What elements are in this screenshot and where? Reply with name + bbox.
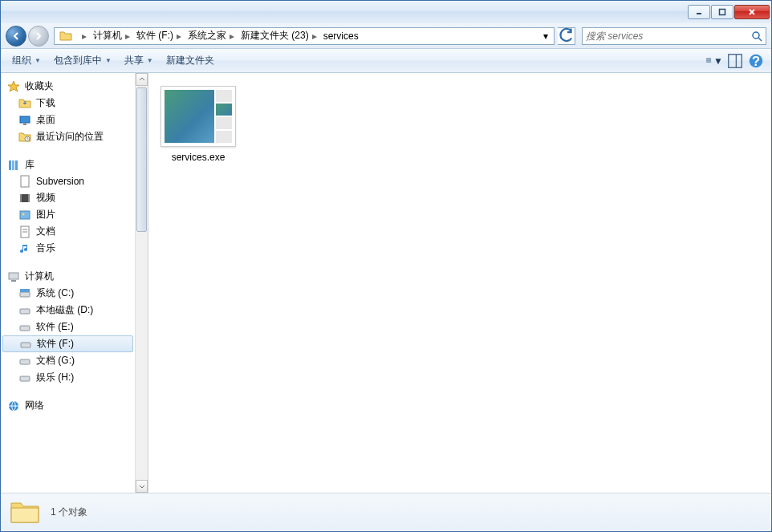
recent-icon <box>18 131 31 144</box>
maximize-button[interactable] <box>711 5 733 19</box>
breadcrumb[interactable]: services <box>320 28 362 44</box>
sidebar-item-drive-c[interactable]: 系统 (C:) <box>1 285 135 302</box>
drive-icon <box>18 304 31 317</box>
breadcrumb[interactable]: 软件 (F:)▸ <box>133 28 185 44</box>
breadcrumb-label: 新建文件夹 (23) <box>241 29 309 43</box>
svg-rect-4 <box>706 59 711 59</box>
organize-button[interactable]: 组织▼ <box>6 51 47 71</box>
favorites-header[interactable]: 收藏夹 <box>1 78 135 95</box>
sidebar-item-drive-d[interactable]: 本地磁盘 (D:) <box>1 302 135 319</box>
computer-header[interactable]: 计算机 <box>1 268 135 285</box>
help-button[interactable]: ? <box>747 52 765 70</box>
sidebar-item-drive-e[interactable]: 软件 (E:) <box>1 319 135 335</box>
sidebar-item-drive-f[interactable]: 软件 (F:) <box>2 335 133 352</box>
libraries-header[interactable]: 库 <box>1 156 135 173</box>
svg-rect-5 <box>706 60 711 61</box>
sidebar-item-documents[interactable]: 文档 <box>1 223 135 240</box>
svg-rect-14 <box>9 160 11 170</box>
folder-icon <box>59 30 72 43</box>
view-button[interactable]: ▼ <box>705 52 723 70</box>
address-dropdown[interactable]: ▾ <box>539 30 552 42</box>
sidebar-item-downloads[interactable]: 下载 <box>1 95 135 112</box>
breadcrumb-label: services <box>323 30 359 42</box>
search-input[interactable] <box>586 30 751 42</box>
file-item[interactable]: services.exe <box>158 83 238 166</box>
drive-icon <box>19 338 32 351</box>
status-bar: 1 个对象 <box>1 493 771 531</box>
sidebar-item-videos[interactable]: 视频 <box>1 189 135 206</box>
new-folder-button[interactable]: 新建文件夹 <box>160 51 221 71</box>
forward-button[interactable] <box>28 26 49 47</box>
search-box[interactable] <box>582 27 766 45</box>
svg-rect-33 <box>20 359 30 364</box>
computer-group: 计算机 系统 (C:) 本地磁盘 (D:) 软件 (E:) 软件 (F:) 文档… <box>1 268 135 386</box>
nav-buttons <box>6 26 51 47</box>
doc-icon <box>18 175 31 188</box>
breadcrumb[interactable]: 新建文件夹 (23)▸ <box>238 28 320 44</box>
svg-rect-27 <box>11 280 16 282</box>
toolbar-label: 共享 <box>124 54 144 67</box>
svg-rect-15 <box>12 160 14 170</box>
breadcrumb[interactable]: 系统之家▸ <box>185 28 238 44</box>
sidebar-item-desktop[interactable]: 桌面 <box>1 112 135 128</box>
video-icon <box>18 192 31 205</box>
breadcrumb[interactable]: 计算机▸ <box>90 28 133 44</box>
address-bar[interactable]: ▸ 计算机▸ 软件 (F:)▸ 系统之家▸ 新建文件夹 (23)▸ servic… <box>54 27 555 45</box>
libraries-group: 库 Subversion 视频 图片 文档 音乐 <box>1 156 135 257</box>
file-pane[interactable]: services.exe <box>148 73 771 493</box>
status-text: 1 个对象 <box>51 506 87 519</box>
navigation-row: ▸ 计算机▸ 软件 (F:)▸ 系统之家▸ 新建文件夹 (23)▸ servic… <box>1 23 771 49</box>
toolbar-label: 包含到库中 <box>54 54 102 67</box>
scroll-up-button[interactable] <box>136 73 148 86</box>
sidebar-item-pictures[interactable]: 图片 <box>1 206 135 223</box>
preview-pane-button[interactable] <box>726 52 744 70</box>
network-header[interactable]: 网络 <box>1 397 135 414</box>
scroll-thumb[interactable] <box>136 87 147 232</box>
include-library-button[interactable]: 包含到库中▼ <box>47 51 118 71</box>
sidebar-scrollbar[interactable] <box>136 73 148 493</box>
nav-label: 图片 <box>36 208 55 221</box>
network-icon <box>7 400 20 412</box>
toolbar: 组织▼ 包含到库中▼ 共享▼ 新建文件夹 ▼ ? <box>1 49 771 73</box>
nav-label: 桌面 <box>36 113 55 127</box>
sidebar-item-recent[interactable]: 最近访问的位置 <box>1 128 135 145</box>
network-group: 网络 <box>1 397 135 414</box>
close-button[interactable] <box>734 5 770 19</box>
svg-rect-7 <box>729 54 742 67</box>
refresh-button[interactable] <box>558 27 575 45</box>
share-button[interactable]: 共享▼ <box>118 51 160 71</box>
svg-rect-28 <box>20 292 30 297</box>
nav-label: 系统 (C:) <box>36 286 74 300</box>
star-icon <box>7 80 20 93</box>
nav-label: Subversion <box>36 176 84 187</box>
svg-rect-11 <box>20 116 30 123</box>
svg-rect-6 <box>706 62 711 63</box>
explorer-window: ▸ 计算机▸ 软件 (F:)▸ 系统之家▸ 新建文件夹 (23)▸ servic… <box>0 0 772 532</box>
svg-rect-20 <box>28 194 30 202</box>
nav-label: 文档 <box>36 225 55 238</box>
drive-icon <box>18 287 31 300</box>
minimize-button[interactable] <box>688 5 710 19</box>
sidebar-item-drive-g[interactable]: 文档 (G:) <box>1 352 135 369</box>
svg-text:?: ? <box>752 53 760 67</box>
desktop-icon <box>18 114 31 127</box>
breadcrumb[interactable]: ▸ <box>75 28 90 44</box>
sidebar-item-subversion[interactable]: Subversion <box>1 173 135 189</box>
computer-icon <box>7 270 20 283</box>
svg-line-3 <box>758 38 762 41</box>
file-thumbnail <box>160 86 236 147</box>
favorites-group: 收藏夹 下载 桌面 最近访问的位置 <box>1 78 135 145</box>
svg-rect-29 <box>20 289 30 292</box>
doc-icon <box>18 225 31 238</box>
svg-rect-1 <box>720 10 725 15</box>
nav-label: 娱乐 (H:) <box>36 371 74 384</box>
scroll-down-button[interactable] <box>136 480 148 493</box>
titlebar <box>1 1 771 23</box>
back-button[interactable] <box>6 26 26 47</box>
body: 收藏夹 下载 桌面 最近访问的位置 库 Subversion 视频 图片 文档 … <box>1 73 771 493</box>
nav-label: 库 <box>25 158 35 172</box>
sidebar-item-music[interactable]: 音乐 <box>1 240 135 257</box>
svg-rect-19 <box>20 194 22 202</box>
breadcrumb-label: 计算机 <box>93 29 122 43</box>
sidebar-item-drive-h[interactable]: 娱乐 (H:) <box>1 369 135 386</box>
